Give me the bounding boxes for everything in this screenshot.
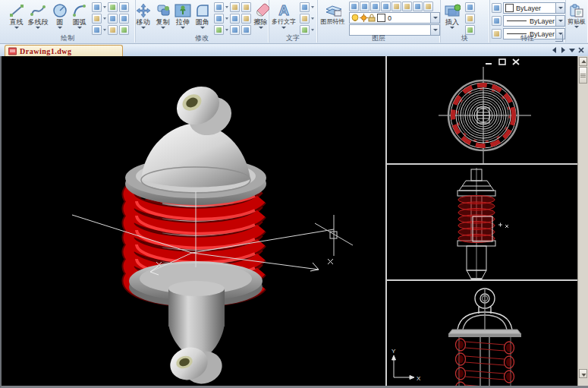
viewport-front-view[interactable] bbox=[387, 165, 578, 279]
scrollbar-down-button[interactable] bbox=[579, 369, 587, 378]
properties-dialog-launcher[interactable] bbox=[555, 34, 563, 42]
fillet-dropdown-caret[interactable] bbox=[200, 27, 205, 29]
current-layer-name: 0 bbox=[388, 14, 391, 22]
layer-thaw-icon[interactable] bbox=[381, 2, 391, 11]
sun-icon bbox=[360, 14, 368, 22]
layer-isolate-icon[interactable] bbox=[413, 2, 423, 11]
lineweight-combo[interactable]: ByLayer bbox=[503, 15, 565, 27]
restore-window-icon[interactable] bbox=[498, 58, 507, 66]
tab-close-button[interactable] bbox=[577, 46, 586, 55]
array-icon[interactable] bbox=[241, 14, 251, 24]
revision-cloud-caret[interactable] bbox=[103, 6, 106, 8]
layer-color-swatch bbox=[377, 14, 385, 22]
arc-button[interactable]: 圆弧 bbox=[70, 1, 90, 30]
flange-edge bbox=[448, 334, 521, 337]
viewport-top-view[interactable] bbox=[387, 56, 578, 163]
offset-icon[interactable] bbox=[214, 14, 224, 24]
layer-freeze-icon[interactable] bbox=[370, 2, 380, 11]
clipboard-dropdown-caret[interactable] bbox=[574, 26, 579, 28]
polyline-button[interactable]: 多线段 bbox=[27, 1, 50, 30]
stretch-button[interactable]: 拉伸 bbox=[173, 1, 193, 30]
stretch-dropdown-caret[interactable] bbox=[181, 27, 185, 29]
close-window-icon[interactable] bbox=[511, 58, 520, 66]
text-caret-1[interactable] bbox=[311, 6, 314, 8]
clipboard-label: 剪贴板 bbox=[568, 18, 586, 25]
scrollbar-up-button[interactable] bbox=[579, 57, 587, 66]
layer-properties-button[interactable]: 图层特性 bbox=[319, 1, 347, 27]
circle-button[interactable]: 圆 bbox=[50, 1, 70, 30]
point-caret[interactable] bbox=[103, 17, 106, 20]
insert-button[interactable]: 插入 bbox=[442, 1, 462, 30]
rectangle-icon[interactable] bbox=[119, 14, 129, 24]
move-dropdown-caret[interactable] bbox=[141, 27, 146, 29]
minimize-window-icon[interactable] bbox=[484, 58, 493, 66]
insert-dropdown-caret[interactable] bbox=[450, 27, 454, 29]
lineweight-value: ByLayer bbox=[530, 17, 555, 25]
detail-view-wireframe: Y X bbox=[387, 281, 578, 386]
color-combo-arrow[interactable] bbox=[555, 3, 564, 13]
copy-button[interactable]: 复制 bbox=[153, 1, 173, 30]
point-icon[interactable] bbox=[92, 14, 102, 24]
mtext-dropdown-caret[interactable] bbox=[281, 27, 286, 29]
offset-caret[interactable] bbox=[225, 17, 228, 20]
rotate-icon[interactable] bbox=[230, 2, 240, 12]
layer-combo-arrow[interactable] bbox=[430, 13, 439, 23]
insert-label: 插入 bbox=[445, 18, 459, 26]
scale-icon[interactable] bbox=[241, 2, 251, 12]
polyline-label: 多线段 bbox=[28, 18, 49, 26]
trim-icon[interactable] bbox=[214, 2, 224, 12]
viewport-detail-view[interactable]: Y X bbox=[387, 281, 578, 386]
move-button[interactable]: 移动 bbox=[134, 1, 153, 30]
region-icon[interactable] bbox=[119, 2, 129, 12]
stretch-icon bbox=[175, 2, 191, 18]
mtext-button[interactable]: A 多行文字 bbox=[270, 1, 297, 30]
copy-dropdown-caret[interactable] bbox=[161, 27, 165, 29]
crosshair-cursor bbox=[315, 215, 353, 256]
viewport-main-3d[interactable] bbox=[2, 56, 385, 386]
circle-dropdown-caret[interactable] bbox=[58, 27, 62, 29]
circle-label: 圆 bbox=[56, 18, 63, 26]
revision-cloud-icon[interactable] bbox=[92, 2, 102, 12]
tab-list-dropdown-button[interactable] bbox=[568, 46, 577, 55]
edit-block-icon[interactable] bbox=[465, 14, 475, 24]
move-label: 移动 bbox=[137, 18, 150, 26]
erase-dropdown-caret[interactable] bbox=[259, 27, 263, 29]
layer-unisolate-icon[interactable] bbox=[423, 2, 433, 11]
tab-drawing1[interactable]: Drawing1.dwg bbox=[5, 45, 123, 57]
text-caret-2[interactable] bbox=[311, 17, 314, 20]
layer-properties-icon bbox=[325, 2, 341, 18]
edit-text-icon[interactable] bbox=[300, 14, 310, 24]
erase-button[interactable]: 擦除 bbox=[251, 1, 271, 30]
hatch-caret[interactable] bbox=[103, 29, 106, 31]
explode-caret[interactable] bbox=[225, 29, 228, 31]
create-block-icon[interactable] bbox=[465, 2, 475, 12]
line-dropdown-caret[interactable] bbox=[14, 27, 19, 29]
layer-off-icon[interactable] bbox=[360, 2, 369, 11]
mirror-icon[interactable] bbox=[230, 14, 240, 24]
layer-on-icon[interactable] bbox=[349, 2, 359, 11]
vertical-scrollbar[interactable] bbox=[577, 56, 588, 386]
circle-icon bbox=[52, 2, 68, 18]
lineweight-icon[interactable] bbox=[492, 16, 502, 26]
tab-scroll-right-button[interactable] bbox=[558, 46, 568, 55]
lineweight-combo-arrow[interactable] bbox=[555, 16, 564, 26]
layer-select-combo[interactable]: 0 bbox=[349, 12, 440, 24]
object-color-icon[interactable] bbox=[492, 3, 502, 13]
lower-damper-body bbox=[168, 281, 225, 357]
layer-unlock-icon[interactable] bbox=[402, 2, 412, 11]
single-line-text-icon[interactable] bbox=[300, 2, 310, 12]
arc-dropdown-caret[interactable] bbox=[77, 27, 82, 29]
block-group-label: 块 bbox=[440, 34, 489, 43]
polyline-dropdown-caret[interactable] bbox=[36, 27, 40, 29]
trim-caret[interactable] bbox=[225, 6, 228, 8]
layer-lock-icon[interactable] bbox=[391, 2, 401, 11]
scrollbar-thumb[interactable] bbox=[579, 67, 587, 84]
polygon-icon[interactable] bbox=[108, 14, 118, 24]
text-caret-3[interactable] bbox=[311, 29, 314, 31]
clipboard-button[interactable]: 剪贴板 bbox=[565, 1, 588, 29]
fillet-button[interactable]: 圆角 bbox=[193, 1, 212, 30]
spline-icon[interactable] bbox=[108, 2, 118, 12]
color-swatch bbox=[505, 4, 514, 12]
color-combo[interactable]: ByLayer bbox=[503, 2, 565, 14]
line-button[interactable]: 直线 bbox=[7, 1, 27, 30]
